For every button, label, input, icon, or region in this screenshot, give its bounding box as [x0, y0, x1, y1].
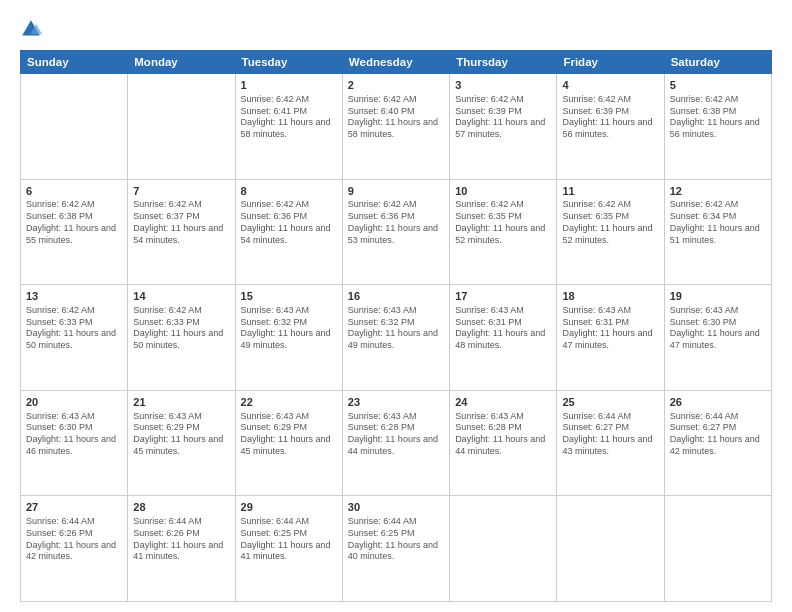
day-number: 23: [348, 395, 444, 410]
page: SundayMondayTuesdayWednesdayThursdayFrid…: [0, 0, 792, 612]
day-info: Sunrise: 6:43 AM Sunset: 6:32 PM Dayligh…: [241, 305, 337, 352]
calendar-table: SundayMondayTuesdayWednesdayThursdayFrid…: [20, 50, 772, 602]
day-number: 2: [348, 78, 444, 93]
day-number: 10: [455, 184, 551, 199]
day-info: Sunrise: 6:44 AM Sunset: 6:27 PM Dayligh…: [562, 411, 658, 458]
calendar-week-row: 1Sunrise: 6:42 AM Sunset: 6:41 PM Daylig…: [21, 74, 772, 180]
day-number: 28: [133, 500, 229, 515]
day-number: 16: [348, 289, 444, 304]
day-number: 6: [26, 184, 122, 199]
day-of-week-header: Wednesday: [342, 51, 449, 74]
calendar-day-cell: 21Sunrise: 6:43 AM Sunset: 6:29 PM Dayli…: [128, 390, 235, 496]
day-number: 20: [26, 395, 122, 410]
day-info: Sunrise: 6:42 AM Sunset: 6:40 PM Dayligh…: [348, 94, 444, 141]
logo: [20, 18, 44, 40]
calendar-day-cell: 12Sunrise: 6:42 AM Sunset: 6:34 PM Dayli…: [664, 179, 771, 285]
calendar-day-cell: 26Sunrise: 6:44 AM Sunset: 6:27 PM Dayli…: [664, 390, 771, 496]
calendar-day-cell: 9Sunrise: 6:42 AM Sunset: 6:36 PM Daylig…: [342, 179, 449, 285]
day-number: 19: [670, 289, 766, 304]
day-number: 27: [26, 500, 122, 515]
calendar-day-cell: 13Sunrise: 6:42 AM Sunset: 6:33 PM Dayli…: [21, 285, 128, 391]
day-info: Sunrise: 6:42 AM Sunset: 6:36 PM Dayligh…: [348, 199, 444, 246]
day-info: Sunrise: 6:43 AM Sunset: 6:29 PM Dayligh…: [241, 411, 337, 458]
calendar-day-cell: 10Sunrise: 6:42 AM Sunset: 6:35 PM Dayli…: [450, 179, 557, 285]
calendar-header-row: SundayMondayTuesdayWednesdayThursdayFrid…: [21, 51, 772, 74]
calendar-day-cell: 5Sunrise: 6:42 AM Sunset: 6:38 PM Daylig…: [664, 74, 771, 180]
day-info: Sunrise: 6:43 AM Sunset: 6:30 PM Dayligh…: [26, 411, 122, 458]
day-info: Sunrise: 6:43 AM Sunset: 6:29 PM Dayligh…: [133, 411, 229, 458]
day-info: Sunrise: 6:42 AM Sunset: 6:35 PM Dayligh…: [562, 199, 658, 246]
day-info: Sunrise: 6:42 AM Sunset: 6:38 PM Dayligh…: [670, 94, 766, 141]
calendar-day-cell: 27Sunrise: 6:44 AM Sunset: 6:26 PM Dayli…: [21, 496, 128, 602]
calendar-day-cell: 25Sunrise: 6:44 AM Sunset: 6:27 PM Dayli…: [557, 390, 664, 496]
calendar-week-row: 6Sunrise: 6:42 AM Sunset: 6:38 PM Daylig…: [21, 179, 772, 285]
calendar-day-cell: [450, 496, 557, 602]
day-number: 21: [133, 395, 229, 410]
calendar-day-cell: 18Sunrise: 6:43 AM Sunset: 6:31 PM Dayli…: [557, 285, 664, 391]
calendar-day-cell: 28Sunrise: 6:44 AM Sunset: 6:26 PM Dayli…: [128, 496, 235, 602]
day-number: 15: [241, 289, 337, 304]
day-number: 25: [562, 395, 658, 410]
calendar-day-cell: 22Sunrise: 6:43 AM Sunset: 6:29 PM Dayli…: [235, 390, 342, 496]
day-number: 24: [455, 395, 551, 410]
calendar-day-cell: 24Sunrise: 6:43 AM Sunset: 6:28 PM Dayli…: [450, 390, 557, 496]
day-number: 1: [241, 78, 337, 93]
day-number: 14: [133, 289, 229, 304]
calendar-day-cell: 29Sunrise: 6:44 AM Sunset: 6:25 PM Dayli…: [235, 496, 342, 602]
day-info: Sunrise: 6:44 AM Sunset: 6:26 PM Dayligh…: [26, 516, 122, 563]
calendar-day-cell: [21, 74, 128, 180]
day-info: Sunrise: 6:43 AM Sunset: 6:31 PM Dayligh…: [455, 305, 551, 352]
day-number: 9: [348, 184, 444, 199]
day-info: Sunrise: 6:42 AM Sunset: 6:38 PM Dayligh…: [26, 199, 122, 246]
calendar-week-row: 20Sunrise: 6:43 AM Sunset: 6:30 PM Dayli…: [21, 390, 772, 496]
calendar-day-cell: 3Sunrise: 6:42 AM Sunset: 6:39 PM Daylig…: [450, 74, 557, 180]
calendar-day-cell: [664, 496, 771, 602]
day-number: 12: [670, 184, 766, 199]
day-info: Sunrise: 6:42 AM Sunset: 6:36 PM Dayligh…: [241, 199, 337, 246]
day-number: 30: [348, 500, 444, 515]
logo-icon: [20, 18, 42, 40]
day-number: 22: [241, 395, 337, 410]
day-number: 18: [562, 289, 658, 304]
calendar-week-row: 13Sunrise: 6:42 AM Sunset: 6:33 PM Dayli…: [21, 285, 772, 391]
day-of-week-header: Saturday: [664, 51, 771, 74]
day-info: Sunrise: 6:43 AM Sunset: 6:28 PM Dayligh…: [455, 411, 551, 458]
day-of-week-header: Friday: [557, 51, 664, 74]
header: [20, 18, 772, 40]
calendar-day-cell: 4Sunrise: 6:42 AM Sunset: 6:39 PM Daylig…: [557, 74, 664, 180]
day-number: 26: [670, 395, 766, 410]
day-number: 13: [26, 289, 122, 304]
day-number: 17: [455, 289, 551, 304]
day-info: Sunrise: 6:42 AM Sunset: 6:34 PM Dayligh…: [670, 199, 766, 246]
day-number: 29: [241, 500, 337, 515]
calendar-day-cell: 1Sunrise: 6:42 AM Sunset: 6:41 PM Daylig…: [235, 74, 342, 180]
day-info: Sunrise: 6:44 AM Sunset: 6:27 PM Dayligh…: [670, 411, 766, 458]
day-info: Sunrise: 6:42 AM Sunset: 6:33 PM Dayligh…: [133, 305, 229, 352]
day-info: Sunrise: 6:42 AM Sunset: 6:39 PM Dayligh…: [562, 94, 658, 141]
calendar-day-cell: 14Sunrise: 6:42 AM Sunset: 6:33 PM Dayli…: [128, 285, 235, 391]
day-of-week-header: Thursday: [450, 51, 557, 74]
day-number: 4: [562, 78, 658, 93]
calendar-day-cell: 6Sunrise: 6:42 AM Sunset: 6:38 PM Daylig…: [21, 179, 128, 285]
calendar-day-cell: 20Sunrise: 6:43 AM Sunset: 6:30 PM Dayli…: [21, 390, 128, 496]
calendar-day-cell: 8Sunrise: 6:42 AM Sunset: 6:36 PM Daylig…: [235, 179, 342, 285]
day-info: Sunrise: 6:42 AM Sunset: 6:41 PM Dayligh…: [241, 94, 337, 141]
calendar-day-cell: 19Sunrise: 6:43 AM Sunset: 6:30 PM Dayli…: [664, 285, 771, 391]
day-info: Sunrise: 6:44 AM Sunset: 6:25 PM Dayligh…: [348, 516, 444, 563]
calendar-day-cell: 16Sunrise: 6:43 AM Sunset: 6:32 PM Dayli…: [342, 285, 449, 391]
day-of-week-header: Sunday: [21, 51, 128, 74]
calendar-day-cell: 17Sunrise: 6:43 AM Sunset: 6:31 PM Dayli…: [450, 285, 557, 391]
day-info: Sunrise: 6:42 AM Sunset: 6:37 PM Dayligh…: [133, 199, 229, 246]
day-info: Sunrise: 6:44 AM Sunset: 6:26 PM Dayligh…: [133, 516, 229, 563]
day-number: 8: [241, 184, 337, 199]
calendar-day-cell: [128, 74, 235, 180]
day-info: Sunrise: 6:43 AM Sunset: 6:32 PM Dayligh…: [348, 305, 444, 352]
calendar-day-cell: 11Sunrise: 6:42 AM Sunset: 6:35 PM Dayli…: [557, 179, 664, 285]
calendar-day-cell: 23Sunrise: 6:43 AM Sunset: 6:28 PM Dayli…: [342, 390, 449, 496]
day-info: Sunrise: 6:44 AM Sunset: 6:25 PM Dayligh…: [241, 516, 337, 563]
day-of-week-header: Monday: [128, 51, 235, 74]
calendar-day-cell: 7Sunrise: 6:42 AM Sunset: 6:37 PM Daylig…: [128, 179, 235, 285]
calendar-week-row: 27Sunrise: 6:44 AM Sunset: 6:26 PM Dayli…: [21, 496, 772, 602]
day-number: 7: [133, 184, 229, 199]
day-number: 3: [455, 78, 551, 93]
